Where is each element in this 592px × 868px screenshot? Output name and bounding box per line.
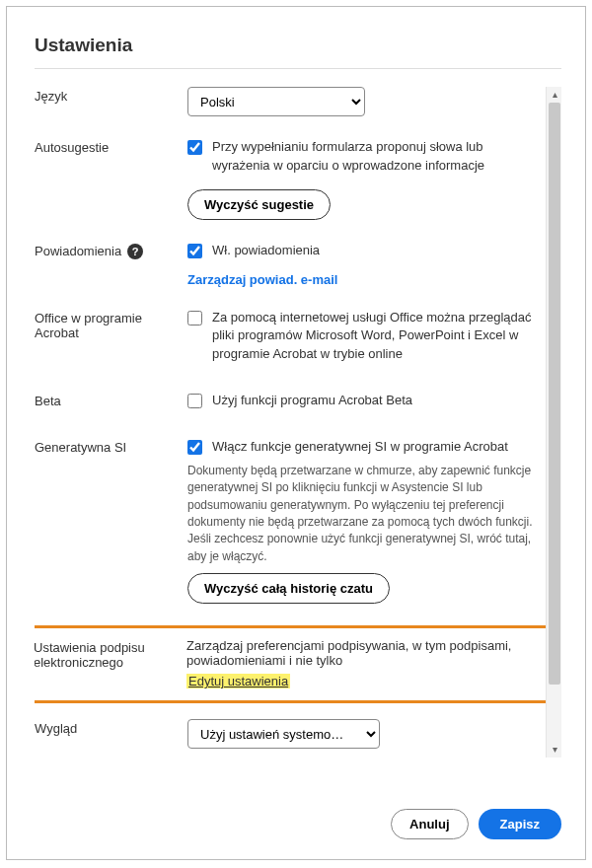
edit-esign-settings-link[interactable]: Edytuj ustawienia xyxy=(186,674,290,688)
language-select[interactable]: Polski xyxy=(187,87,365,116)
appearance-select[interactable]: Użyj ustawień systemo… xyxy=(187,719,380,749)
row-autosuggest: Autosugestie Przy wypełnianiu formularza… xyxy=(35,138,542,220)
genai-checkbox[interactable] xyxy=(187,440,202,455)
autosuggest-checkbox-label: Przy wypełnianiu formularza proponuj sło… xyxy=(212,138,542,176)
title-divider xyxy=(35,68,561,69)
office-checkbox[interactable] xyxy=(187,311,202,326)
clear-suggestions-button[interactable]: Wyczyść sugestie xyxy=(187,189,331,220)
row-beta: Beta Użyj funkcji programu Acrobat Beta xyxy=(35,392,542,416)
save-button[interactable]: Zapisz xyxy=(479,809,561,839)
genai-description: Dokumenty będą przetwarzane w chmurze, a… xyxy=(187,463,542,565)
label-genai: Generatywna SI xyxy=(35,438,187,455)
scrollbar-track[interactable] xyxy=(547,103,561,742)
label-appearance: Wygląd xyxy=(35,719,187,736)
label-autosuggest: Autosugestie xyxy=(35,138,187,155)
autosuggest-checkbox[interactable] xyxy=(187,140,202,155)
scroll-area: Język Polski Autosugestie Przy wypełnian… xyxy=(35,87,561,758)
label-esign: Ustawienia podpisu elektronicznego xyxy=(35,638,186,670)
scroll-down-arrow-icon[interactable]: ▾ xyxy=(547,742,561,758)
label-office: Office w programie Acrobat xyxy=(35,309,187,340)
scroll-up-arrow-icon[interactable]: ▴ xyxy=(547,87,561,103)
label-language: Język xyxy=(35,87,187,104)
genai-checkbox-label: Włącz funkcje generatywnej SI w programi… xyxy=(212,438,508,457)
manage-email-notifications-link[interactable]: Zarządzaj powiad. e-mail xyxy=(187,272,337,287)
beta-checkbox-label: Użyj funkcji programu Acrobat Beta xyxy=(212,392,412,410)
row-office: Office w programie Acrobat Za pomocą int… xyxy=(35,309,542,371)
esign-highlight-box: Ustawienia podpisu elektronicznego Zarzą… xyxy=(35,625,554,703)
row-genai: Generatywna SI Włącz funkcje generatywne… xyxy=(35,438,542,604)
dialog-footer: Anuluj Zapisz xyxy=(391,809,561,839)
row-appearance: Wygląd Użyj ustawień systemo… xyxy=(35,719,542,749)
row-language: Język Polski xyxy=(35,87,542,116)
scrollbar[interactable]: ▴ ▾ xyxy=(546,87,561,758)
scrollbar-thumb[interactable] xyxy=(549,103,560,685)
row-notifications: Powiadomienia ? Wł. powiadomienia Zarząd… xyxy=(35,242,542,287)
beta-checkbox[interactable] xyxy=(187,394,202,408)
label-notifications: Powiadomienia xyxy=(35,244,121,258)
clear-chat-history-button[interactable]: Wyczyść całą historię czatu xyxy=(187,573,390,604)
help-icon[interactable]: ? xyxy=(127,244,143,259)
esign-description: Zarządzaj preferencjami podpisywania, w … xyxy=(186,638,543,668)
cancel-button[interactable]: Anuluj xyxy=(391,809,468,839)
office-checkbox-label: Za pomocą internetowej usługi Office moż… xyxy=(212,309,542,365)
notifications-checkbox-label: Wł. powiadomienia xyxy=(212,242,320,260)
notifications-checkbox[interactable] xyxy=(187,244,202,258)
settings-dialog: Ustawienia Język Polski Autosugestie P xyxy=(6,6,586,860)
label-beta: Beta xyxy=(35,392,187,408)
page-title: Ustawienia xyxy=(35,35,561,56)
